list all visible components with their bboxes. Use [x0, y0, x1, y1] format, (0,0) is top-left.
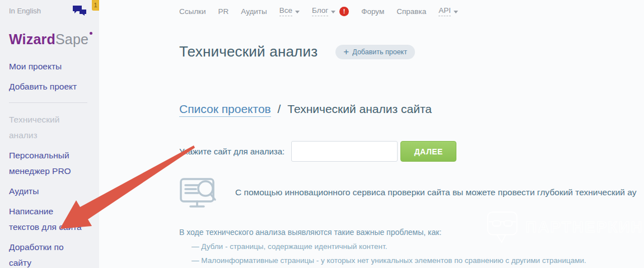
page-header: Технический анализ + Добавить проект	[179, 43, 644, 60]
breadcrumb-separator: /	[278, 102, 281, 115]
service-intro: С помощью инновационного сервиса проверк…	[179, 177, 644, 212]
site-analyze-form: Укажите сайт для анализа: ДАЛЕЕ	[179, 141, 644, 162]
sidebar-item-audits[interactable]: Аудиты	[9, 184, 84, 199]
breadcrumb-current: Технический анализ сайта	[287, 102, 432, 115]
sidebar-menu: Мои проекты Добавить проект Технический …	[9, 59, 87, 268]
nav-item-help[interactable]: Справка	[396, 7, 426, 16]
language-switch-link[interactable]: In English	[9, 7, 41, 15]
page-title: Технический анализ	[179, 43, 318, 60]
sidebar-item-site-improvements[interactable]: Доработки по сайту	[9, 239, 84, 268]
nav-item-links[interactable]: Ссылки	[179, 7, 206, 16]
add-project-button[interactable]: + Добавить проект	[335, 45, 415, 59]
logo[interactable]: WizardSape	[9, 31, 88, 48]
submit-next-button[interactable]: ДАЛЕЕ	[400, 141, 456, 162]
sidebar-top: In English 1	[9, 0, 99, 21]
notification-count-badge[interactable]: 1	[92, 0, 99, 11]
chevron-down-icon	[295, 11, 300, 13]
nav-item-all-dropdown[interactable]: Все	[279, 6, 300, 16]
add-project-button-label: Добавить проект	[352, 48, 407, 56]
sidebar-item-technical-analysis: Технический анализ	[9, 112, 84, 143]
sidebar-divider	[9, 102, 87, 103]
logo-part-sape: Sape	[55, 31, 88, 47]
top-navigation: Ссылки PR Аудиты Все Блог! Форум Справка…	[179, 0, 644, 17]
nav-item-forum[interactable]: Форум	[361, 7, 384, 16]
site-audit-monitor-icon	[179, 177, 218, 212]
problems-heading: В ходе технического анализа выявляются т…	[179, 228, 644, 237]
chat-messages-icon[interactable]	[72, 4, 88, 17]
site-url-label: Укажите сайт для анализа:	[179, 147, 284, 156]
problem-item-thin-pages: — Малоинформативные страницы - у которых…	[192, 256, 644, 265]
nav-item-api-dropdown[interactable]: API	[438, 6, 458, 16]
nav-item-blog-dropdown[interactable]: Блог!	[312, 6, 349, 16]
blog-alert-badge: !	[339, 7, 349, 16]
sidebar-item-add-project[interactable]: Добавить проект	[9, 79, 84, 95]
logo-part-wizard: Wizard	[9, 31, 55, 47]
breadcrumb-projects-link[interactable]: Список проектов	[179, 102, 271, 117]
breadcrumb: Список проектов / Технический анализ сай…	[179, 102, 644, 116]
sidebar-item-text-writing[interactable]: Написание текстов для сайта	[9, 204, 84, 235]
sidebar-item-my-projects[interactable]: Мои проекты	[9, 59, 84, 74]
nav-item-audits[interactable]: Аудиты	[241, 7, 267, 16]
problem-item-duplicates: — Дубли - страницы, содержащие идентичны…	[192, 242, 644, 251]
main-content: Ссылки PR Аудиты Все Блог! Форум Справка…	[179, 0, 644, 268]
plus-icon: +	[343, 48, 349, 56]
sidebar-item-personal-manager-pro[interactable]: Персональный менеджер PRO	[9, 148, 84, 179]
nav-item-pr[interactable]: PR	[218, 7, 229, 16]
problems-section: В ходе технического анализа выявляются т…	[179, 228, 644, 265]
logo-dot	[90, 32, 92, 35]
site-url-input[interactable]	[291, 141, 398, 162]
service-intro-text: С помощью инновационного сервиса проверк…	[235, 187, 637, 198]
chevron-down-icon	[331, 11, 335, 13]
chevron-down-icon	[454, 11, 458, 13]
sidebar: In English 1 WizardSape Мои проекты Доба…	[0, 0, 99, 268]
